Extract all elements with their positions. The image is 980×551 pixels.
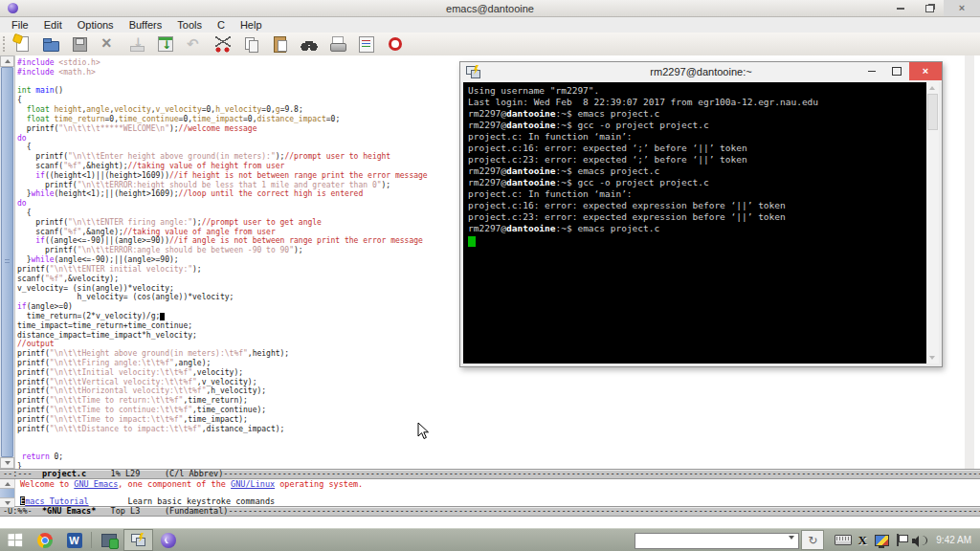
tray-display[interactable] [872, 529, 891, 551]
text-segment [17, 115, 27, 123]
text-segment: time_continue [119, 115, 179, 123]
terminal-scrollbar[interactable] [926, 82, 939, 364]
text-segment: ); [276, 152, 285, 161]
code-line [17, 443, 980, 452]
text-segment: "\n\t\tTime to impact:\t\t%f" [50, 415, 184, 424]
putty-minimize-button[interactable] [859, 62, 884, 80]
scroll-up-button[interactable] [0, 55, 14, 67]
taskbar-chrome-button[interactable] [30, 529, 59, 551]
scrollbar-thumb[interactable] [1, 67, 13, 457]
text-segment: ,v_velocity); [197, 378, 257, 386]
text-segment: scanf( [17, 275, 45, 283]
menu-buffers[interactable]: Buffers [122, 19, 170, 31]
text-segment: float [27, 115, 55, 123]
copy-icon[interactable] [242, 34, 261, 54]
modeline-segment: Top L3 (Fundamental) [96, 506, 228, 516]
terminal-line: rm2297@dantooine:~$ emacs project.c [468, 108, 926, 120]
welcome-scrollbar[interactable] [0, 479, 15, 506]
customize-icon[interactable] [357, 34, 376, 54]
text-segment: ((angle<=-90)||(angle>=90)) [45, 236, 169, 245]
text-segment [17, 105, 27, 114]
link[interactable]: GNU Emacs [74, 480, 118, 489]
save-icon[interactable] [70, 34, 89, 54]
terminal-line: rm2297@dantooine:~$ emacs project.c [468, 165, 926, 177]
code-scrollbar[interactable] [0, 55, 15, 469]
refresh-button[interactable]: ↻ [801, 530, 824, 550]
scroll-down-button[interactable] [0, 498, 14, 508]
tray-xming[interactable]: X [853, 529, 872, 551]
text-segment: printf( [17, 349, 50, 358]
help-icon[interactable] [386, 34, 405, 54]
emacs-minimize-button[interactable] [886, 0, 915, 16]
revert-icon[interactable] [156, 34, 175, 54]
text-segment: if [35, 236, 45, 245]
text-segment: "\n\t\tDistance to impact:\t\t%f" [50, 425, 202, 433]
tray-keyboard[interactable] [834, 529, 853, 551]
scrollbar-thumb[interactable] [927, 94, 938, 130]
tray-flag[interactable] [891, 529, 910, 551]
cut-icon[interactable] [213, 34, 233, 54]
emacs-titlebar[interactable]: emacs@dantooine × [0, 0, 980, 17]
close-buffer-icon[interactable] [99, 34, 118, 54]
refresh-icon: ↻ [808, 534, 817, 547]
text-segment: time_return=(2*v_velocity)/g; [17, 312, 160, 320]
text-segment: ,h_velocity); [206, 386, 266, 395]
search-icon[interactable] [300, 34, 319, 54]
start-button[interactable] [0, 529, 30, 551]
text-segment: printf( [17, 406, 50, 414]
text-segment: //output [17, 340, 55, 348]
chevron-down-icon[interactable] [789, 536, 794, 540]
putty-close-button[interactable]: × [909, 62, 942, 80]
minimize-icon [868, 71, 876, 73]
scroll-up-button[interactable] [0, 479, 14, 489]
text-segment: "\n\t\t\t*****WELCOME\n" [58, 124, 169, 133]
menu-edit[interactable]: Edit [36, 19, 70, 31]
menu-options[interactable]: Options [70, 19, 122, 31]
terminal-output[interactable]: Using username "rm2297".Last login: Wed … [463, 82, 926, 364]
save-as-icon[interactable] [127, 34, 146, 54]
tray-volume[interactable] [910, 529, 929, 551]
new-file-icon[interactable] [12, 34, 32, 54]
taskbar-remote-desktop-button[interactable] [94, 529, 123, 551]
text-segment: ,height); [248, 349, 289, 358]
taskbar-clock[interactable]: 9:42 AM [929, 535, 980, 545]
scrollbar-thumb[interactable] [0, 489, 14, 498]
text-segment: Learn basic keystroke commands [89, 496, 275, 506]
taskbar-search-input[interactable] [635, 533, 799, 549]
menu-file[interactable]: File [4, 19, 36, 31]
text-segment: do [17, 134, 27, 143]
emacs-restore-button[interactable] [915, 0, 944, 16]
paste-icon[interactable] [271, 34, 290, 54]
undo-icon[interactable] [185, 34, 204, 54]
chrome-icon [37, 533, 53, 548]
modeline-segment: 1% L29 (C/l Abbrev) [86, 469, 223, 478]
text-segment: :~$ gcc -o project project.c [556, 120, 709, 130]
putty-window: rm2297@dantooine:~ × Using username "rm2… [459, 61, 943, 367]
welcome-buffer[interactable]: Welcome to GNU Emacs, one component of t… [14, 480, 980, 506]
open-folder-icon[interactable] [41, 34, 60, 54]
taskbar-word-button[interactable] [59, 529, 89, 551]
arrow-up-icon [5, 59, 11, 63]
modeline-gnu-emacs: -U:%%- *GNU Emacs* Top L3 (Fundamental)-… [0, 506, 980, 517]
text-segment: dantooine [506, 108, 555, 119]
scroll-down-button[interactable] [0, 457, 14, 469]
link[interactable]: GNU/Linux [231, 480, 275, 489]
menu-help[interactable]: Help [233, 19, 270, 31]
menu-c[interactable]: C [210, 19, 233, 31]
taskbar-address-combo [635, 531, 799, 549]
text-segment: ,&height); [81, 162, 127, 170]
toolbar-grip[interactable] [3, 36, 5, 52]
putty-maximize-button[interactable] [884, 62, 909, 80]
link[interactable]: macs Tutorial [25, 496, 89, 506]
menu-tools[interactable]: Tools [169, 19, 210, 31]
emacs-close-button[interactable]: × [944, 0, 980, 16]
putty-titlebar[interactable]: rm2297@dantooine:~ × [460, 62, 942, 82]
text-segment: =0, [179, 115, 192, 123]
text-segment: ((height<1)||(height>1609)) [45, 171, 169, 180]
text-segment: "%f" [63, 162, 81, 170]
print-icon[interactable] [328, 34, 347, 54]
taskbar-putty-button[interactable] [123, 529, 153, 551]
code-line: printf("\n\t\tDistance to impact:\t\t%f"… [17, 425, 980, 434]
taskbar-emacs-button[interactable] [153, 529, 183, 551]
text-segment: rm2297@ [468, 108, 506, 119]
